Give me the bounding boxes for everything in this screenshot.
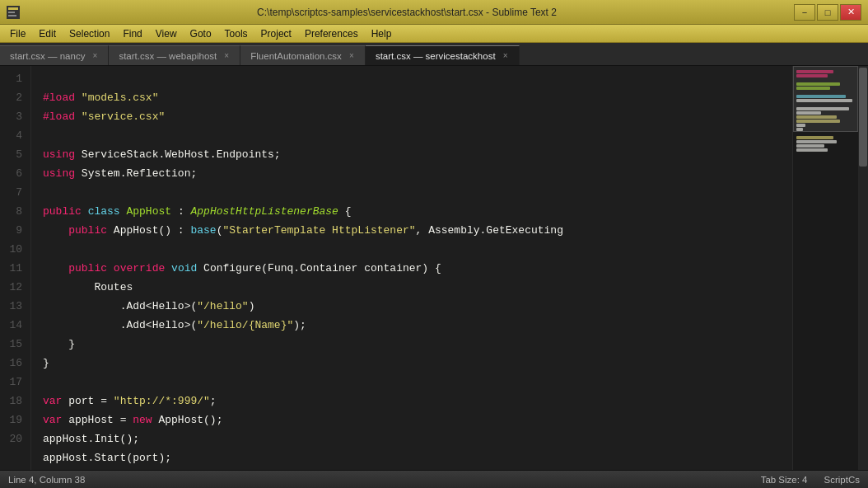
menu-find[interactable]: Find <box>116 26 148 41</box>
minimap <box>792 66 858 470</box>
window-title: C:\temp\scriptcs-samples\servicestackhos… <box>20 7 794 18</box>
tab-fluentautomation-label: FluentAutomation.csx <box>250 51 342 61</box>
menu-goto[interactable]: Goto <box>184 26 218 41</box>
menu-edit[interactable]: Edit <box>32 26 63 41</box>
menubar: File Edit Selection Find View Goto Tools… <box>0 25 868 43</box>
window-controls: − □ ✕ <box>794 4 861 21</box>
cursor-position: Line 4, Column 38 <box>8 475 85 485</box>
minimize-button[interactable]: − <box>794 4 815 21</box>
scrollbar-thumb[interactable] <box>859 68 867 167</box>
menu-file[interactable]: File <box>3 26 32 41</box>
scrollbar[interactable] <box>858 66 868 470</box>
line-numbers: 12345 678910 1112131415 1617181920 <box>0 66 31 470</box>
tab-nancy-label: start.csx — nancy <box>10 51 85 61</box>
editor: 12345 678910 1112131415 1617181920 #load… <box>0 66 868 470</box>
menu-project[interactable]: Project <box>254 26 298 41</box>
tab-nancy[interactable]: start.csx — nancy × <box>0 45 109 65</box>
tab-fluentautomation[interactable]: FluentAutomation.csx × <box>240 45 366 65</box>
titlebar: C:\temp\scriptcs-samples\servicestackhos… <box>0 0 868 25</box>
menu-tools[interactable]: Tools <box>218 26 254 41</box>
tab-webapihost-close[interactable]: × <box>222 51 231 61</box>
tab-servicestackhost-close[interactable]: × <box>501 51 511 61</box>
app-icon <box>7 6 20 19</box>
tab-servicestackhost[interactable]: start.csx — servicestackhost × <box>366 45 520 65</box>
tab-fluentautomation-close[interactable]: × <box>347 51 357 61</box>
tabbar: start.csx — nancy × start.csx — webapiho… <box>0 43 868 66</box>
menu-selection[interactable]: Selection <box>63 26 116 41</box>
menu-view[interactable]: View <box>149 26 184 41</box>
close-button[interactable]: ✕ <box>840 4 861 21</box>
tab-servicestackhost-label: start.csx — servicestackhost <box>376 51 496 61</box>
svg-rect-1 <box>8 7 18 10</box>
tab-nancy-close[interactable]: × <box>90 51 100 61</box>
statusbar: Line 4, Column 38 Tab Size: 4 ScriptCs <box>0 470 868 488</box>
tab-webapihost[interactable]: start.csx — webapihost × <box>109 45 240 65</box>
svg-rect-2 <box>8 12 15 13</box>
menu-preferences[interactable]: Preferences <box>298 26 365 41</box>
language-mode: ScriptCs <box>824 475 860 485</box>
tab-webapihost-label: start.csx — webapihost <box>119 51 217 61</box>
code-content[interactable]: #load "models.csx" #load "service.csx" u… <box>31 66 792 470</box>
tab-size: Tab Size: 4 <box>761 475 808 485</box>
menu-help[interactable]: Help <box>365 26 399 41</box>
maximize-button[interactable]: □ <box>817 4 838 21</box>
svg-rect-3 <box>8 15 16 16</box>
